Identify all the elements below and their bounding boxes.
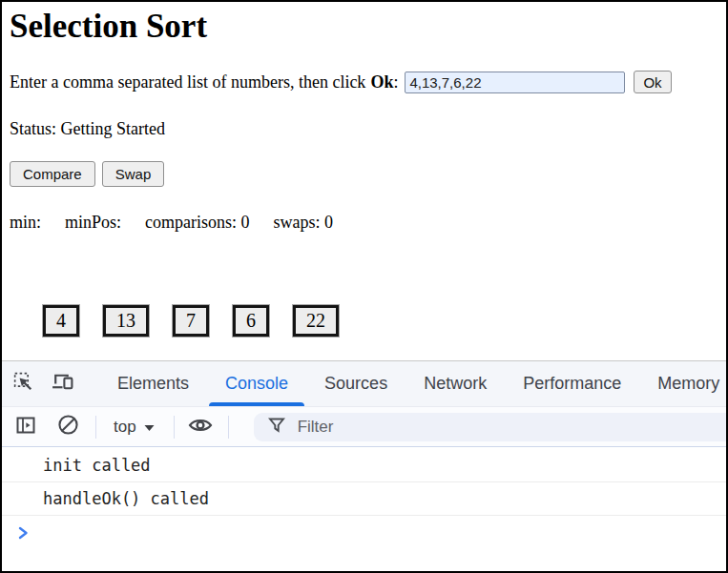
status-text: Status: Getting Started — [10, 119, 718, 139]
inspect-element-button[interactable] — [11, 372, 35, 397]
prompt-text: Enter a comma separated list of numbers,… — [10, 72, 365, 92]
stats-row: min:minPos:comparisons: 0swaps: 0 — [10, 213, 718, 233]
page-title: Selection Sort — [10, 8, 718, 46]
ok-button[interactable]: Ok — [634, 71, 671, 93]
webpage-content: Selection Sort Enter a comma separated l… — [2, 2, 726, 360]
tab-memory[interactable]: Memory — [639, 361, 726, 406]
prompt-colon: : — [393, 72, 398, 92]
live-expression-button[interactable] — [188, 415, 213, 440]
stat-min: min: — [10, 213, 41, 232]
device-toolbar-icon — [51, 370, 74, 398]
swap-button[interactable]: Swap — [102, 161, 165, 187]
device-toolbar-button[interactable] — [51, 372, 74, 397]
tab-console[interactable]: Console — [207, 361, 306, 406]
array-box: 4 — [43, 305, 79, 337]
toolbar-divider — [95, 416, 96, 439]
console-messages-area: init called handleOk() called — [2, 447, 726, 571]
tab-elements[interactable]: Elements — [99, 361, 207, 406]
numbers-input[interactable] — [405, 72, 625, 93]
array-box: 22 — [293, 305, 339, 337]
stat-comparisons: comparisons: 0 — [145, 213, 250, 232]
devtools-panel: Elements Console Sources Network Perform… — [2, 360, 726, 571]
array-box: 7 — [173, 305, 209, 337]
stat-minpos: minPos: — [65, 213, 121, 232]
prompt-ok-word: Ok — [370, 72, 393, 92]
context-selector-label: top — [114, 418, 136, 437]
filter-input[interactable] — [296, 417, 726, 438]
eye-icon — [187, 414, 214, 440]
filter-funnel-icon — [268, 417, 285, 438]
console-sidebar-button[interactable] — [13, 415, 38, 440]
toolbar-divider — [174, 416, 175, 439]
toolbar-divider — [228, 416, 229, 439]
console-message: init called — [2, 449, 726, 482]
inspect-cursor-icon — [11, 370, 35, 398]
array-box: 6 — [233, 305, 269, 337]
console-message: handleOk() called — [2, 482, 726, 516]
prompt-chevron-icon — [15, 525, 31, 544]
input-prompt-row: Enter a comma separated list of numbers,… — [10, 71, 718, 93]
clear-console-icon — [56, 413, 80, 440]
devtools-tabbar: Elements Console Sources Network Perform… — [2, 361, 726, 407]
filter-box[interactable] — [254, 413, 726, 441]
tab-performance[interactable]: Performance — [505, 361, 639, 406]
console-toolbar: top — [2, 407, 726, 447]
clear-console-button[interactable] — [55, 415, 80, 440]
compare-button[interactable]: Compare — [10, 161, 95, 187]
array-box: 13 — [103, 305, 149, 337]
chevron-down-icon — [144, 418, 155, 437]
stat-swaps: swaps: 0 — [274, 213, 334, 232]
tab-sources[interactable]: Sources — [306, 361, 406, 406]
context-selector[interactable]: top — [110, 418, 158, 437]
sidebar-panel-icon — [14, 414, 37, 440]
tab-network[interactable]: Network — [406, 361, 505, 406]
console-prompt[interactable] — [2, 516, 726, 544]
action-buttons-row: Compare Swap — [10, 161, 718, 187]
array-boxes: 4 13 7 6 22 — [43, 305, 718, 337]
